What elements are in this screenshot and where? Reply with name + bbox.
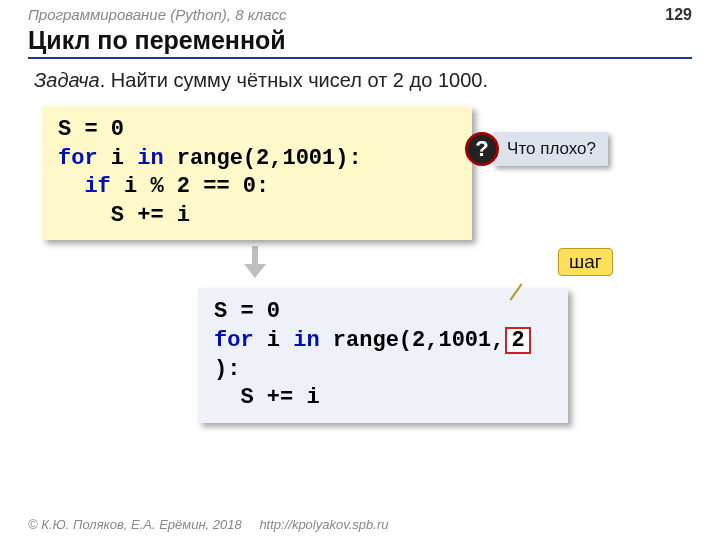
- code-block-1: S = 0 for i in range(2,1001): if i % 2 =…: [42, 106, 472, 240]
- course-label: Программирование (Python), 8 класс: [28, 6, 287, 24]
- arrow-down-head-icon: [244, 264, 266, 278]
- code-line: S = 0: [58, 116, 456, 145]
- code-line: for i in range(2,1001,2):: [214, 327, 552, 384]
- arrow-down-icon: [252, 246, 258, 264]
- code-line: S += i: [58, 202, 456, 231]
- question-icon: ?: [465, 132, 499, 166]
- footer: © К.Ю. Поляков, Е.А. Ерёмин, 2018 http:/…: [28, 517, 388, 532]
- task-body: . Найти сумму чётных чисел от 2 до 1000.: [100, 69, 488, 91]
- footer-url: http://kpolyakov.spb.ru: [259, 517, 388, 532]
- task-text: Задача. Найти сумму чётных чисел от 2 до…: [34, 69, 692, 92]
- callout-text: Что плохо?: [493, 132, 608, 166]
- code-line: S = 0: [214, 298, 552, 327]
- task-label: Задача: [34, 69, 100, 91]
- code-line: if i % 2 == 0:: [58, 173, 456, 202]
- page-number: 129: [665, 6, 692, 24]
- page-title: Цикл по переменной: [28, 26, 692, 59]
- step-value: 2: [505, 327, 530, 354]
- callout: ? Что плохо?: [465, 132, 608, 166]
- code-block-2: S = 0 for i in range(2,1001,2): S += i: [198, 288, 568, 422]
- step-label: шаг: [558, 248, 613, 276]
- copyright: © К.Ю. Поляков, Е.А. Ерёмин, 2018: [28, 517, 242, 532]
- code-line: S += i: [214, 384, 552, 413]
- code-line: for i in range(2,1001):: [58, 145, 456, 174]
